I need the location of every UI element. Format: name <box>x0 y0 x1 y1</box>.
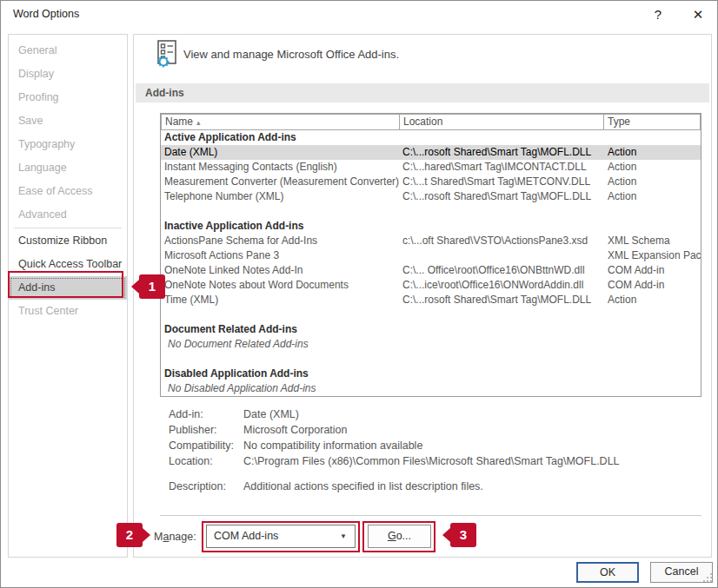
manage-label: Manage: <box>154 525 196 548</box>
sidebar-item-trust-center: Trust Center <box>9 300 127 323</box>
detail-description: Description: Additional actions specifie… <box>169 479 620 494</box>
callout-badge-2: 2 <box>116 523 150 547</box>
help-icon[interactable]: ? <box>648 4 668 25</box>
manage-dropdown[interactable]: COM Add-ins ▼ <box>206 525 356 548</box>
column-header-type[interactable]: Type <box>603 114 701 130</box>
table-row-date-xml[interactable]: Date (XML) C:\...rosoft Shared\Smart Tag… <box>161 145 701 160</box>
detail-addin: Add-in: Date (XML) <box>169 406 620 422</box>
callout-arrow-left-icon <box>131 280 139 294</box>
dialog-title: Word Options <box>13 8 79 20</box>
manage-dropdown-value: COM Add-ins <box>214 530 278 542</box>
title-bar: Word Options ? ✕ <box>1 1 717 29</box>
sidebar-item-ease-of-access: Ease of Access <box>9 180 127 203</box>
main-panel: View and manage Microsoft Office Add-ins… <box>133 34 712 558</box>
sidebar-item-general: General <box>9 39 127 63</box>
addins-table: Name▴ Location Type Active Application A… <box>160 113 701 397</box>
group-header-disabled: Disabled Application Add-ins <box>161 367 701 381</box>
group-header-document-related: Document Related Add-ins <box>161 322 701 337</box>
callout-badge-1: 1 <box>131 274 165 299</box>
sidebar-item-language: Language <box>9 156 127 180</box>
sort-ascending-icon: ▴ <box>196 118 201 127</box>
chevron-down-icon: ▼ <box>340 525 347 547</box>
table-row-actionspane-schema[interactable]: ActionsPane Schema for Add-Ins c:\...oft… <box>161 234 701 248</box>
close-icon[interactable]: ✕ <box>688 4 708 25</box>
manage-divider <box>160 515 701 516</box>
ok-button[interactable]: OK <box>576 562 639 583</box>
table-row-onenote-linked-notes[interactable]: OneNote Linked Notes Add-In C:\... Offic… <box>161 263 701 278</box>
page-description: View and manage Microsoft Office Add-ins… <box>183 48 399 61</box>
callout-arrow-left-icon <box>442 528 450 542</box>
column-header-name[interactable]: Name▴ <box>161 114 400 130</box>
sidebar-item-typography: Typography <box>9 133 127 156</box>
spacer-row <box>161 204 701 219</box>
table-row-onenote-notes-word[interactable]: OneNote Notes about Word Documents C:\..… <box>161 278 701 293</box>
resize-grip[interactable] <box>710 580 712 582</box>
group-header-inactive: Inactive Application Add-ins <box>161 219 701 234</box>
column-header-location[interactable]: Location <box>399 114 604 130</box>
table-row-measurement-converter[interactable]: Measurement Converter (Measurement Conve… <box>161 175 701 189</box>
spacer-row <box>161 352 701 367</box>
sidebar-divider <box>14 228 122 228</box>
addins-gear-icon <box>153 39 181 72</box>
table-row-telephone-number[interactable]: Telephone Number (XML) C:\...rosoft Shar… <box>161 189 701 204</box>
sidebar-item-advanced: Advanced <box>9 203 127 227</box>
spacer-row <box>161 307 701 322</box>
callout-box-addins-nav <box>8 271 123 298</box>
empty-note-document-related: No Document Related Add-ins <box>161 337 701 352</box>
sidebar-item-proofing: Proofing <box>9 86 127 109</box>
detail-location: Location: C:\Program Files (x86)\Common … <box>169 453 620 469</box>
word-options-dialog: Word Options ? ✕ General Display Proofin… <box>0 0 718 588</box>
detail-compatibility: Compatibility: No compatibility informat… <box>169 438 620 453</box>
table-row-microsoft-actions-pane-3[interactable]: Microsoft Actions Pane 3 XML Expansion P… <box>161 248 701 263</box>
table-header-row: Name▴ Location Type <box>161 114 701 130</box>
addin-details: Add-in: Date (XML) Publisher: Microsoft … <box>169 406 620 494</box>
sidebar-item-display: Display <box>9 63 127 86</box>
detail-publisher: Publisher: Microsoft Corporation <box>169 422 620 438</box>
table-row-time-xml[interactable]: Time (XML) C:\...rosoft Shared\Smart Tag… <box>161 293 701 307</box>
callout-arrow-right-icon <box>143 528 150 542</box>
addins-section-header: Add-ins <box>136 83 709 102</box>
callout-badge-3: 3 <box>442 523 476 547</box>
go-button[interactable]: Go... <box>368 525 431 548</box>
sidebar-item-customize-ribbon[interactable]: Customize Ribbon <box>9 229 127 253</box>
cancel-button[interactable]: Cancel <box>650 562 713 583</box>
empty-note-disabled: No Disabled Application Add-ins <box>161 381 701 396</box>
group-header-active: Active Application Add-ins <box>161 130 701 145</box>
table-row-instant-messaging[interactable]: Instant Messaging Contacts (English) C:\… <box>161 160 701 175</box>
sidebar-item-save: Save <box>9 109 127 133</box>
